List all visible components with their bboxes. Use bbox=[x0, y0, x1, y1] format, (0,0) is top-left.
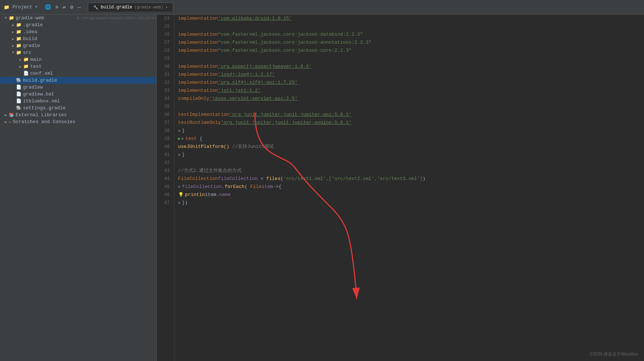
active-tab[interactable]: 🔧 build.gradle (gradle-web) ✕ bbox=[88, 3, 173, 12]
tree-item-label: conf.xml bbox=[30, 71, 156, 76]
tree-item-main[interactable]: ▶ 📁 main bbox=[0, 56, 156, 63]
line-number-33: 33 bbox=[164, 87, 170, 95]
tree-item-settings-gradle[interactable]: 🐘 settings.gradle bbox=[0, 105, 156, 111]
code-line-33: implementation 'jstl:jstl:1.2' bbox=[178, 87, 644, 95]
tree-item-gradlew[interactable]: 📄 gradlew bbox=[0, 84, 156, 91]
tree-file-icon: 📁 bbox=[23, 57, 29, 62]
menu-icon[interactable]: ≡ bbox=[55, 4, 58, 10]
code-line-40: useJUnitPlatform() //支持Junit5测试 bbox=[178, 143, 644, 151]
tree-file-icon: 📁 bbox=[16, 50, 22, 55]
code-line-39: ▶⊖test { bbox=[178, 135, 644, 143]
tree-item-idea[interactable]: ▶ 📁 .idea bbox=[0, 28, 156, 35]
tree-item-src[interactable]: ▼ 📁 src bbox=[0, 49, 156, 56]
line-number-39: 39 bbox=[164, 135, 170, 143]
project-label: Project bbox=[12, 4, 32, 10]
line-number-28: 28 bbox=[164, 47, 170, 55]
tree-item-ext-libraries[interactable]: ▶ 📚 External Libraries bbox=[0, 111, 156, 118]
line-number-25: 25 bbox=[164, 23, 170, 31]
fold-marker[interactable]: ⊖ bbox=[178, 199, 181, 207]
project-sidebar: ▼ 📁 gradle-web D:\ProgramWorkSpace\IDEA\… bbox=[0, 15, 157, 361]
diff-icon[interactable]: ⇌ bbox=[63, 4, 66, 10]
tree-item-scratches[interactable]: ▶ ✏ Scratches and Consoles bbox=[0, 118, 156, 125]
line-number-40: 40 bbox=[164, 143, 170, 151]
code-line-41: ⊖} bbox=[178, 151, 644, 159]
tree-item-build[interactable]: ▶ 📁 build bbox=[0, 35, 156, 42]
line-number-41: 41 bbox=[164, 151, 170, 159]
code-line-28: implementation "com.fasterxml.jackson.co… bbox=[178, 47, 644, 55]
tree-item-label: .idea bbox=[23, 29, 156, 35]
code-line-34: compileOnly 'javax.servlet:servlet-api:2… bbox=[178, 95, 644, 103]
title-bar: 📁 Project ▼ 🌐 ≡ ⇌ ⚙ — 🔧 build.gradle (gr… bbox=[0, 0, 644, 15]
code-container[interactable]: 2425262728293031323334353637383940414243… bbox=[157, 15, 644, 361]
tree-file-icon: 📁 bbox=[9, 15, 14, 21]
tree-arrow: ▶ bbox=[3, 120, 9, 124]
tree-item-itbluebox-xml[interactable]: 📄 itbluebox.xml bbox=[0, 98, 156, 105]
run-marker[interactable]: ▶ bbox=[178, 135, 181, 143]
tree-file-icon: 📚 bbox=[9, 112, 14, 118]
line-number-43: 43 bbox=[164, 167, 170, 175]
code-line-35 bbox=[178, 103, 644, 111]
project-selector[interactable]: 📁 Project ▼ bbox=[4, 4, 38, 10]
tree-item-test[interactable]: ▶ 📁 test bbox=[0, 63, 156, 70]
code-line-44: FileCollection fileCollection = files('s… bbox=[178, 175, 644, 183]
code-line-30: implementation 'org.aspectj:aspectjweave… bbox=[178, 63, 644, 71]
toolbar-icons: 🌐 ≡ ⇌ ⚙ — bbox=[45, 4, 81, 10]
line-number-47: 47 bbox=[164, 199, 170, 207]
line-number-29: 29 bbox=[164, 55, 170, 63]
main-content: ▼ 📁 gradle-web D:\ProgramWorkSpace\IDEA\… bbox=[0, 15, 644, 361]
tree-item-label: External Libraries bbox=[16, 112, 156, 118]
minimize-icon[interactable]: — bbox=[78, 4, 81, 10]
code-line-32: implementation 'org.slf4j:slf4j-api:1.7.… bbox=[178, 79, 644, 87]
line-number-26: 26 bbox=[164, 31, 170, 39]
tree-arrow: ▶ bbox=[17, 58, 23, 62]
line-number-35: 35 bbox=[164, 103, 170, 111]
code-line-46: 💡 println item.name bbox=[178, 191, 644, 199]
tree-item-label: gradle-web bbox=[16, 15, 75, 21]
tree-item-label: itbluebox.xml bbox=[23, 98, 156, 104]
code-line-29 bbox=[178, 55, 644, 63]
tree-item-label: gradlew bbox=[23, 85, 156, 90]
tree-file-icon: ✏ bbox=[9, 119, 11, 125]
line-number-32: 32 bbox=[164, 79, 170, 87]
tree-item-conf-xml[interactable]: 📄 conf.xml bbox=[0, 70, 156, 77]
code-line-31: implementation 'log4j:log4j:1.2.17' bbox=[178, 71, 644, 79]
tree-item-label: gradlew.bat bbox=[23, 91, 156, 97]
fold-marker[interactable]: ⊖ bbox=[178, 127, 181, 135]
line-numbers: 2425262728293031323334353637383940414243… bbox=[157, 15, 175, 361]
tab-close-button[interactable]: ✕ bbox=[165, 5, 168, 9]
watermark: CSDN @蓝盒子itbluebox bbox=[590, 351, 639, 357]
tree-item-gradlew-bat[interactable]: 📄 gradlew.bat bbox=[0, 91, 156, 98]
tree-arrow: ▼ bbox=[3, 16, 9, 20]
code-line-27: implementation "com.fasterxml.jackson.co… bbox=[178, 39, 644, 47]
tree-item-gradle[interactable]: ▶ 📁 .gradle bbox=[0, 21, 156, 28]
tree-file-icon: 📄 bbox=[16, 91, 22, 97]
tree-item-build-gradle[interactable]: 🐘 build.gradle bbox=[0, 77, 156, 84]
dropdown-icon[interactable]: ▼ bbox=[35, 5, 38, 9]
globe-icon[interactable]: 🌐 bbox=[45, 4, 51, 10]
tree-item-label: gradle bbox=[23, 43, 156, 48]
line-number-44: 44 bbox=[164, 175, 170, 183]
tree-file-icon: 📁 bbox=[16, 22, 22, 28]
code-line-25 bbox=[178, 23, 644, 31]
tree-file-icon: 📁 bbox=[16, 29, 22, 35]
tree-file-icon: 📄 bbox=[23, 71, 29, 76]
tab-label: build.gradle bbox=[101, 5, 132, 10]
tree-item-gradle2[interactable]: ▶ 📁 gradle bbox=[0, 42, 156, 49]
tree-arrow: ▶ bbox=[3, 113, 9, 117]
tree-file-icon: 📁 bbox=[16, 36, 22, 42]
line-number-36: 36 bbox=[164, 111, 170, 119]
tree-file-icon: 📄 bbox=[16, 85, 22, 90]
settings-icon[interactable]: ⚙ bbox=[70, 4, 73, 10]
fold-marker[interactable]: ⊖ bbox=[178, 183, 181, 191]
editor-tabs: 🔧 build.gradle (gradle-web) ✕ bbox=[88, 3, 640, 12]
tree-arrow: ▶ bbox=[17, 64, 23, 69]
tree-file-icon: 📁 bbox=[23, 64, 29, 69]
fold-marker[interactable]: ⊖ bbox=[182, 135, 184, 143]
tree-item-label: Scratches and Consoles bbox=[13, 119, 156, 125]
line-number-24: 24 bbox=[164, 15, 170, 23]
code-line-37: testRuntimeOnly 'org.junit.jupiter:junit… bbox=[178, 119, 644, 127]
tree-item-gradle-web[interactable]: ▼ 📁 gradle-web D:\ProgramWorkSpace\IDEA\… bbox=[0, 15, 156, 21]
line-number-45: 45 bbox=[164, 183, 170, 191]
fold-marker[interactable]: ⊖ bbox=[178, 151, 181, 159]
code-line-42 bbox=[178, 159, 644, 167]
